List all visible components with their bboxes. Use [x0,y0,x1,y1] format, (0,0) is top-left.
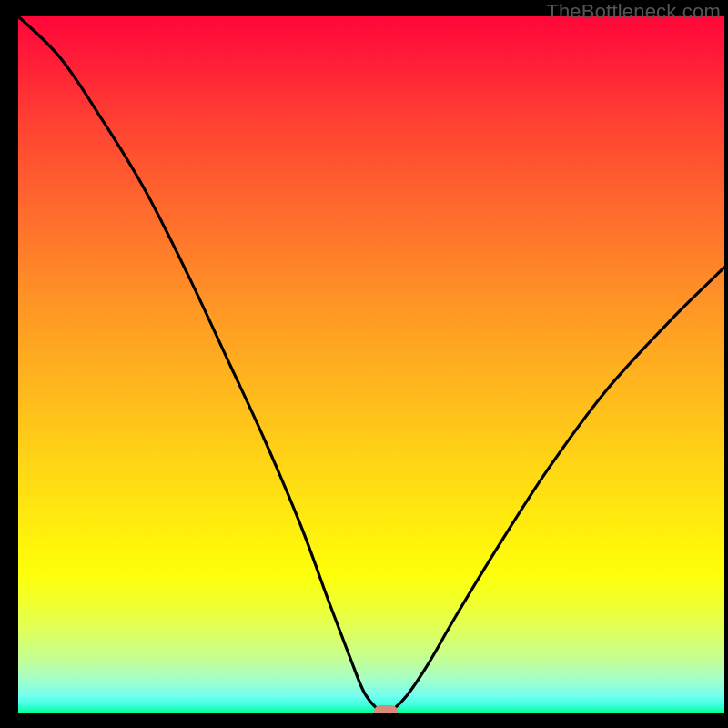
curve-svg [18,16,724,713]
minimum-marker [374,705,398,713]
bottleneck-curve [18,16,724,713]
chart-container: TheBottleneck.com [0,0,728,728]
plot-area [18,16,724,713]
watermark-text: TheBottleneck.com [546,0,721,24]
